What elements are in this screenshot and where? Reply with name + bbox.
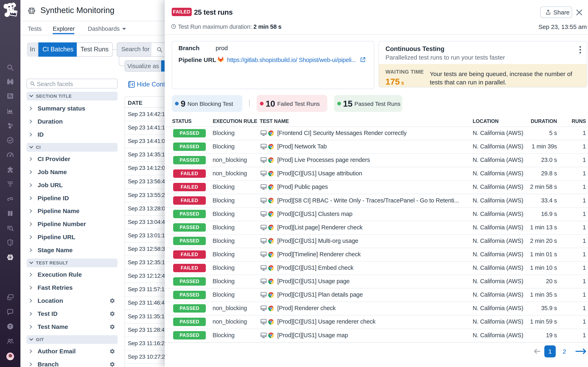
svg-text:?: ?	[9, 324, 12, 329]
